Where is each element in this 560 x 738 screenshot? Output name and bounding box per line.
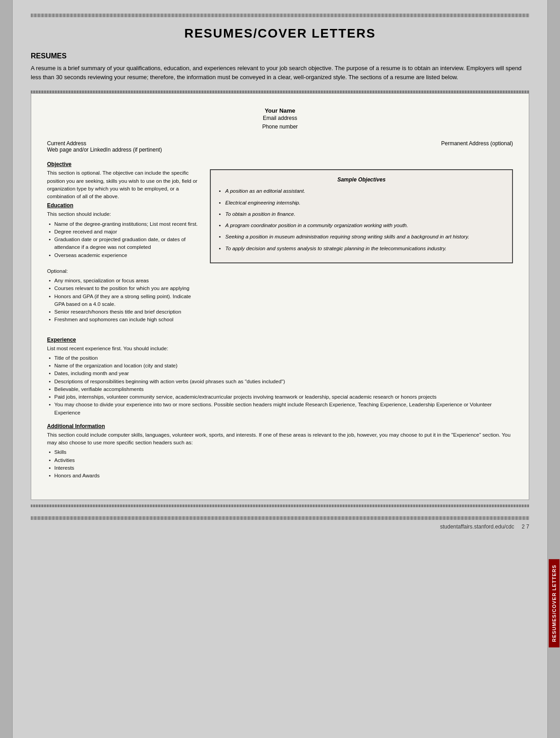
add-bullet-1: Skills [47, 448, 513, 456]
edu-bullet-4: Overseas academic experience [47, 252, 201, 259]
additional-info-heading: Additional Information [47, 423, 513, 429]
intro-text: A resume is a brief summary of your qual… [31, 64, 529, 81]
left-col: This section is optional. The objective … [47, 169, 201, 330]
sample-obj-1: A position as an editorial assistant. [218, 187, 505, 195]
experience-intro: List most recent experience first. You s… [47, 345, 513, 352]
exp-bullet-6: Paid jobs, internships, volunteer commun… [47, 393, 513, 401]
web-label: Web page and/or LinkedIn address (if per… [47, 147, 162, 153]
right-stripe: RESUMES/COVER LETTERS [547, 0, 560, 738]
page-title: RESUMES/COVER LETTERS [31, 26, 529, 41]
resume-name: Your Name [47, 107, 513, 114]
main-content: RESUMES/COVER LETTERS RESUMES A resume i… [13, 0, 547, 738]
top-border-stripe [31, 14, 529, 17]
edu-opt-bullet-3: Honors and GPA (if they are a strong sel… [47, 293, 201, 309]
sample-obj-2: Electrical engineering internship. [218, 199, 505, 207]
bottom-border-stripe [31, 516, 529, 520]
resume-addresses: Current Address Web page and/or LinkedIn… [47, 140, 513, 153]
edu-opt-bullet-4: Senior research/honors thesis title and … [47, 308, 201, 316]
sample-obj-4: A program coordinator position in a comm… [218, 222, 505, 229]
exp-bullet-5: Believable, verifiable accomplishments [47, 386, 513, 393]
footer-page: 2 7 [522, 524, 529, 530]
education-heading: Education [47, 202, 201, 209]
exp-bullet-4: Descriptions of responsibilities beginni… [47, 378, 513, 386]
footer-url: studentaffairs.stanford.edu/cdc [440, 524, 514, 530]
resume-document: Your Name Email address Phone number Cur… [31, 93, 529, 500]
sample-objectives-title: Sample Objectives [218, 176, 505, 183]
objective-section: Objective This section is optional. The … [47, 161, 513, 330]
permanent-address-label: Permanent Address (optional) [441, 140, 513, 153]
left-stripe [0, 0, 13, 738]
resume-email: Email address [47, 114, 513, 123]
resume-header: Your Name Email address Phone number [47, 107, 513, 131]
edu-opt-bullet-2: Courses relevant to the position for whi… [47, 285, 201, 292]
education-intro: This section should include: [47, 210, 201, 218]
sample-obj-3: To obtain a position in finance. [218, 210, 505, 218]
education-section: Education This section should include: N… [47, 202, 201, 324]
right-col: Sample Objectives A position as an edito… [210, 169, 513, 330]
education-optional-label: Optional: [47, 267, 201, 275]
experience-heading: Experience [47, 337, 513, 343]
doc-bottom-stripe [31, 505, 529, 507]
add-bullet-2: Activities [47, 457, 513, 464]
resumes-heading: RESUMES [31, 52, 529, 60]
current-address-label: Current Address [47, 140, 162, 147]
additional-info-text: This section could include computer skil… [47, 431, 513, 447]
current-address-block: Current Address Web page and/or LinkedIn… [47, 140, 162, 153]
experience-section: Experience List most recent experience f… [47, 337, 513, 417]
edu-bullet-3: Graduation date or projected graduation … [47, 236, 201, 252]
exp-bullet-1: Title of the position [47, 354, 513, 362]
edu-bullet-1: Name of the degree-granting institutions… [47, 220, 201, 228]
exp-bullet-7: You may choose to divide your experience… [47, 401, 513, 417]
add-bullet-3: Interests [47, 464, 513, 472]
add-bullet-4: Honors and Awards [47, 472, 513, 480]
two-col-layout: This section is optional. The objective … [47, 169, 513, 330]
right-tab: RESUMES/COVER LETTERS [549, 559, 560, 648]
additional-info-section: Additional Information This section coul… [47, 423, 513, 480]
sample-obj-6: To apply decision and systems analysis t… [218, 245, 505, 252]
objective-text: This section is optional. The objective … [47, 169, 201, 200]
resume-phone: Phone number [47, 123, 513, 131]
edu-opt-bullet-5: Freshmen and sophomores can include high… [47, 316, 201, 324]
exp-bullet-3: Dates, including month and year [47, 370, 513, 377]
exp-bullet-2: Name of the organization and location (c… [47, 362, 513, 370]
edu-bullet-2: Degree received and major [47, 228, 201, 236]
sample-objectives-box: Sample Objectives A position as an edito… [210, 169, 513, 263]
sample-obj-5: Seeking a position in museum administrat… [218, 233, 505, 241]
page-footer: studentaffairs.stanford.edu/cdc 2 7 [31, 524, 529, 530]
edu-opt-bullet-1: Any minors, specialization or focus area… [47, 277, 201, 285]
objective-heading: Objective [47, 161, 513, 167]
